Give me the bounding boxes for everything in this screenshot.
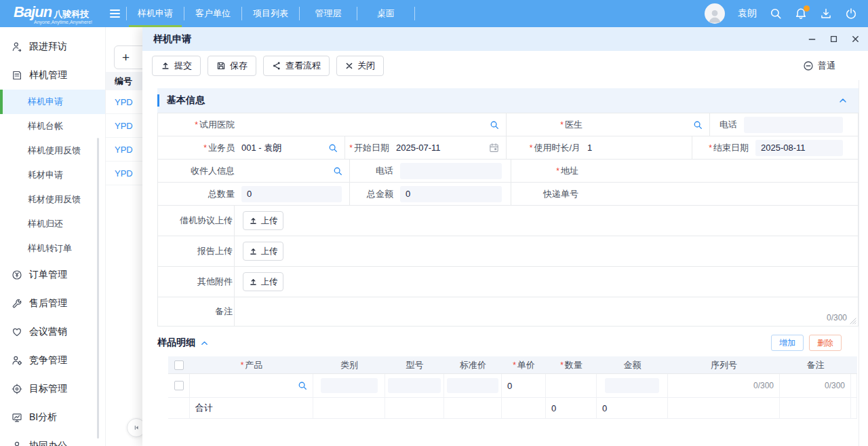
- menu-toggle-icon[interactable]: [103, 0, 126, 27]
- power-icon[interactable]: [845, 7, 857, 20]
- delete-row-button[interactable]: 删除: [809, 335, 842, 351]
- nav-tab-projects[interactable]: 项目列表: [242, 0, 299, 27]
- list-item[interactable]: YPD: [106, 90, 142, 114]
- row-checkbox[interactable]: [174, 381, 184, 390]
- nav-tab-sample-apply[interactable]: 样机申请: [127, 0, 184, 27]
- user-name[interactable]: 袁朗: [738, 7, 757, 20]
- minimize-icon[interactable]: [804, 32, 819, 47]
- unit-price-cell[interactable]: 0: [502, 374, 546, 397]
- nav-tab-management[interactable]: 管理层: [300, 0, 357, 27]
- list-header-label: 编号: [115, 75, 132, 88]
- app-logo[interactable]: Bajun 八骏科技 Anyone,Anytime,Anywhere!: [0, 3, 103, 24]
- sidebar-item-follow-visit[interactable]: 跟进拜访: [0, 33, 105, 61]
- after-sales-icon: [12, 298, 22, 309]
- notification-bell-icon[interactable]: [795, 7, 807, 20]
- collapse-detail-icon[interactable]: [200, 339, 209, 348]
- calendar-icon[interactable]: [489, 143, 499, 153]
- list-item[interactable]: YPD: [106, 114, 142, 138]
- scrollbar-track[interactable]: [859, 80, 859, 446]
- close-form-button[interactable]: 关闭: [336, 56, 384, 76]
- remark-textarea[interactable]: 0/300: [234, 297, 858, 326]
- sidebar-item-sample-return[interactable]: 样机归还: [0, 212, 105, 236]
- amount-input[interactable]: [605, 378, 659, 393]
- record-code: YPD: [115, 145, 133, 155]
- doctor-search-icon[interactable]: [693, 120, 703, 130]
- sidebar-item-sample-to-order[interactable]: 样机转订单: [0, 236, 105, 261]
- quantity-cell[interactable]: [546, 374, 597, 397]
- submit-button[interactable]: 提交: [152, 56, 201, 76]
- sidebar-item-competition-management[interactable]: 竞争管理: [0, 346, 105, 375]
- recipient-field[interactable]: [241, 166, 349, 176]
- recipient-search-icon[interactable]: [333, 166, 342, 176]
- col-amount: 金额: [624, 359, 642, 371]
- col-serial: 序列号: [711, 359, 737, 371]
- end-date-input[interactable]: 2025-08-11: [755, 140, 843, 156]
- table-footer-row: 合计 0 0: [168, 398, 857, 419]
- maximize-icon[interactable]: [826, 32, 841, 47]
- sidebar-item-after-sales[interactable]: 售后管理: [0, 289, 105, 318]
- sidebar-item-sample-management[interactable]: 样机管理: [0, 61, 105, 90]
- serial-cell[interactable]: 0/300: [668, 374, 780, 397]
- std-price-input[interactable]: [447, 378, 498, 393]
- nav-tab-desktop[interactable]: 桌面: [357, 0, 414, 27]
- sidebar-scrollbar[interactable]: [97, 138, 99, 439]
- col-product: 产品: [245, 359, 262, 371]
- sample-detail-bar: 样品明细 增加 删除: [157, 329, 859, 356]
- category-input[interactable]: [321, 378, 378, 393]
- save-label: 保存: [230, 60, 248, 72]
- salesman-search-icon[interactable]: [328, 143, 338, 153]
- sidebar-item-bi-analysis[interactable]: BI分析: [0, 403, 105, 432]
- model-input[interactable]: [388, 378, 441, 393]
- total-amount-input[interactable]: 0: [400, 186, 502, 202]
- list-item[interactable]: YPD: [106, 162, 142, 185]
- product-cell[interactable]: [190, 374, 313, 397]
- sidebar-item-meeting-marketing[interactable]: 会议营销: [0, 318, 105, 346]
- recipient-phone-input[interactable]: [400, 163, 502, 179]
- resize-grip-icon[interactable]: [849, 317, 856, 324]
- row-remark-cell[interactable]: 0/300: [780, 374, 851, 397]
- row-remark-counter: 0/300: [825, 381, 845, 390]
- sidebar-item-sample-ledger[interactable]: 样机台帐: [0, 114, 105, 138]
- agreement-upload-button[interactable]: 上传: [243, 211, 283, 230]
- user-avatar[interactable]: [705, 3, 725, 24]
- sidebar-item-consumable-feedback[interactable]: 耗材使用反馈: [0, 187, 105, 212]
- target-management-icon: [12, 384, 22, 394]
- search-icon[interactable]: [770, 7, 782, 20]
- salesman-value: 001 - 袁朗: [241, 142, 281, 154]
- sidebar-item-sample-apply[interactable]: 样机申请: [0, 90, 105, 114]
- save-button[interactable]: 保存: [208, 56, 256, 76]
- attachment-upload-button[interactable]: 上传: [243, 272, 283, 291]
- add-row-button[interactable]: 增加: [771, 335, 804, 351]
- salesman-field[interactable]: 001 - 袁朗: [241, 142, 344, 154]
- sidebar-item-label: 样机使用反馈: [28, 145, 81, 157]
- collapse-section-icon[interactable]: [838, 96, 848, 105]
- view-flow-button[interactable]: 查看流程: [263, 56, 330, 76]
- sidebar-item-label: 会议营销: [29, 326, 67, 338]
- sidebar-item-label: 样机管理: [29, 69, 67, 81]
- sidebar-item-consumable-apply[interactable]: 耗材申请: [0, 163, 105, 187]
- start-date-field[interactable]: 2025-07-11: [396, 143, 506, 153]
- amount-total-value: 0: [602, 403, 607, 413]
- product-search-icon[interactable]: [298, 381, 307, 390]
- report-upload-button[interactable]: 上传: [243, 242, 283, 261]
- sidebar-item-collaboration-office[interactable]: 协同办公: [0, 432, 105, 446]
- start-date-label: 开始日期: [354, 142, 389, 154]
- download-icon[interactable]: [820, 7, 832, 20]
- hospital-search-icon[interactable]: [490, 120, 499, 130]
- list-item[interactable]: YPD: [106, 138, 142, 162]
- sidebar-item-target-management[interactable]: 目标管理: [0, 375, 105, 403]
- hospital-field[interactable]: [241, 120, 506, 130]
- company-name: 八骏科技: [54, 8, 89, 20]
- nav-tab-customers[interactable]: 客户单位: [184, 0, 241, 27]
- recipient-label: 收件人信息: [191, 165, 235, 177]
- phone-input[interactable]: [744, 117, 843, 133]
- total-qty-input[interactable]: 0: [241, 186, 342, 202]
- sidebar-item-order-management[interactable]: 订单管理: [0, 261, 105, 289]
- priority-badge[interactable]: 普通: [803, 60, 835, 72]
- duration-field[interactable]: 1: [587, 143, 692, 153]
- tab-separator: [414, 7, 415, 20]
- sidebar-item-sample-feedback[interactable]: 样机使用反馈: [0, 138, 105, 163]
- select-all-checkbox[interactable]: [174, 360, 184, 370]
- close-window-icon[interactable]: [848, 32, 863, 47]
- doctor-field[interactable]: [589, 120, 709, 130]
